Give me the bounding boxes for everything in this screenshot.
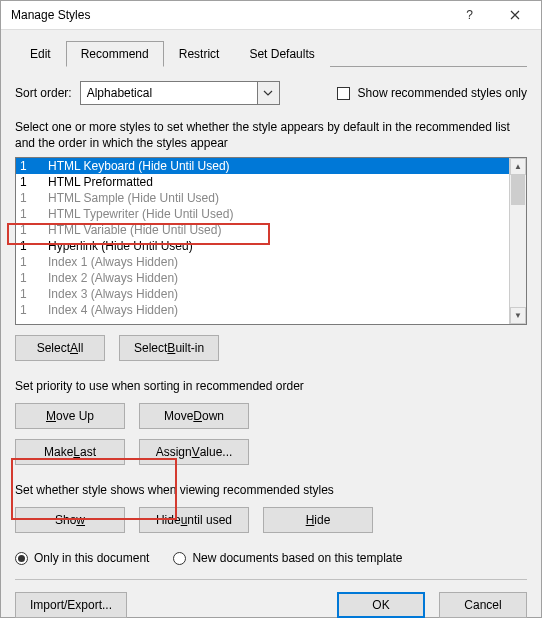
scope-radio-group: Only in this document New documents base…: [15, 551, 527, 565]
hide-button[interactable]: Hide: [263, 507, 373, 533]
list-item[interactable]: 1Index 1 (Always Hidden): [16, 254, 509, 270]
styles-listbox[interactable]: 1HTML Keyboard (Hide Until Used)1HTML Pr…: [15, 157, 527, 325]
dialog-title: Manage Styles: [11, 8, 447, 22]
list-item-priority: 1: [20, 303, 48, 317]
chevron-down-icon: [257, 82, 279, 104]
new-documents-label: New documents based on this template: [192, 551, 402, 565]
list-item-priority: 1: [20, 287, 48, 301]
list-item[interactable]: 1Index 4 (Always Hidden): [16, 302, 509, 318]
list-item-priority: 1: [20, 207, 48, 221]
move-down-button[interactable]: Move Down: [139, 403, 249, 429]
tab-restrict[interactable]: Restrict: [164, 41, 235, 67]
tab-recommend[interactable]: Recommend: [66, 41, 164, 67]
dialog-content: Edit Recommend Restrict Set Defaults Sor…: [1, 30, 541, 618]
assign-value-button[interactable]: Assign Value...: [139, 439, 249, 465]
show-recommended-only-label: Show recommended styles only: [358, 86, 527, 100]
select-all-button[interactable]: Select All: [15, 335, 105, 361]
list-item-priority: 1: [20, 175, 48, 189]
manage-styles-dialog: Manage Styles ? Edit Recommend Restrict …: [0, 0, 542, 618]
list-item-priority: 1: [20, 239, 48, 253]
list-item-name: Hyperlink (Hide Until Used): [48, 239, 193, 253]
list-item-name: HTML Typewriter (Hide Until Used): [48, 207, 233, 221]
titlebar: Manage Styles ?: [1, 1, 541, 30]
show-recommended-only-checkbox[interactable]: [337, 87, 350, 100]
list-item[interactable]: 1HTML Sample (Hide Until Used): [16, 190, 509, 206]
close-button[interactable]: [492, 1, 537, 29]
cancel-button[interactable]: Cancel: [439, 592, 527, 618]
list-instruction: Select one or more styles to set whether…: [15, 119, 527, 151]
sort-order-value: Alphabetical: [87, 86, 152, 100]
list-item[interactable]: 1Index 3 (Always Hidden): [16, 286, 509, 302]
tab-edit[interactable]: Edit: [15, 41, 66, 67]
hide-until-used-button[interactable]: Hide until used: [139, 507, 249, 533]
ok-button[interactable]: OK: [337, 592, 425, 618]
visibility-section-label: Set whether style shows when viewing rec…: [15, 483, 527, 497]
list-item[interactable]: 1HTML Keyboard (Hide Until Used): [16, 158, 509, 174]
tab-setdefaults-label: Set Defaults: [249, 47, 314, 61]
list-item-name: HTML Keyboard (Hide Until Used): [48, 159, 230, 173]
sort-row: Sort order: Alphabetical Show recommende…: [15, 81, 527, 105]
list-item[interactable]: 1HTML Preformatted: [16, 174, 509, 190]
tab-restrict-label: Restrict: [179, 47, 220, 61]
list-item-priority: 1: [20, 223, 48, 237]
list-item-name: Index 2 (Always Hidden): [48, 271, 178, 285]
import-export-button[interactable]: Import/Export...: [15, 592, 127, 618]
separator: [15, 579, 527, 580]
list-item-priority: 1: [20, 191, 48, 205]
select-builtin-button[interactable]: Select Built-in: [119, 335, 219, 361]
make-last-button[interactable]: Make Last: [15, 439, 125, 465]
tab-edit-label: Edit: [30, 47, 51, 61]
move-up-button[interactable]: Move Up: [15, 403, 125, 429]
close-icon: [510, 10, 520, 20]
scroll-track[interactable]: [510, 175, 526, 307]
list-item-priority: 1: [20, 271, 48, 285]
sort-label: Sort order:: [15, 86, 72, 100]
new-documents-radio[interactable]: New documents based on this template: [173, 551, 402, 565]
radio-icon: [173, 552, 186, 565]
dialog-footer: Import/Export... OK Cancel: [15, 592, 527, 618]
list-item-name: Index 1 (Always Hidden): [48, 255, 178, 269]
scroll-down-button[interactable]: ▼: [510, 307, 526, 324]
help-button[interactable]: ?: [447, 1, 492, 29]
list-item[interactable]: 1Index 2 (Always Hidden): [16, 270, 509, 286]
list-item[interactable]: 1HTML Variable (Hide Until Used): [16, 222, 509, 238]
tab-setdefaults[interactable]: Set Defaults: [234, 41, 329, 67]
scroll-up-button[interactable]: ▲: [510, 158, 526, 175]
list-item[interactable]: 1HTML Typewriter (Hide Until Used): [16, 206, 509, 222]
tab-strip: Edit Recommend Restrict Set Defaults: [15, 40, 527, 67]
list-item-name: Index 3 (Always Hidden): [48, 287, 178, 301]
list-item-name: HTML Preformatted: [48, 175, 153, 189]
priority-section-label: Set priority to use when sorting in reco…: [15, 379, 527, 393]
only-in-document-label: Only in this document: [34, 551, 149, 565]
scrollbar[interactable]: ▲ ▼: [509, 158, 526, 324]
list-item-priority: 1: [20, 255, 48, 269]
list-item-name: Index 4 (Always Hidden): [48, 303, 178, 317]
list-item-name: HTML Sample (Hide Until Used): [48, 191, 219, 205]
tab-recommend-label: Recommend: [81, 47, 149, 61]
only-in-document-radio[interactable]: Only in this document: [15, 551, 149, 565]
scroll-thumb[interactable]: [511, 175, 525, 205]
radio-icon: [15, 552, 28, 565]
list-item[interactable]: 1Hyperlink (Hide Until Used): [16, 238, 509, 254]
list-item-priority: 1: [20, 159, 48, 173]
show-button[interactable]: Show: [15, 507, 125, 533]
list-item-name: HTML Variable (Hide Until Used): [48, 223, 221, 237]
sort-order-select[interactable]: Alphabetical: [80, 81, 280, 105]
